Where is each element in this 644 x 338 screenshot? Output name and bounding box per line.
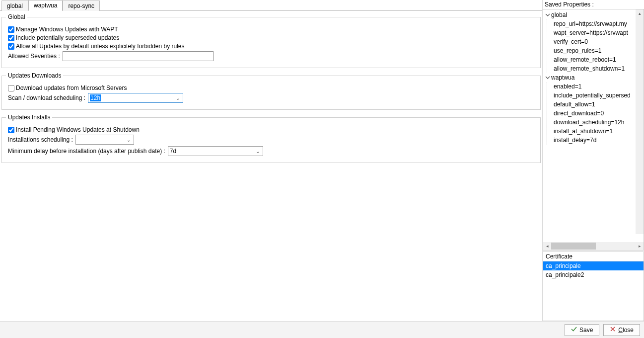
scroll-right-icon[interactable]: ▸ (636, 244, 644, 249)
scroll-up-icon[interactable]: ▴ (636, 9, 644, 17)
chevron-down-icon: ⌄ (125, 137, 133, 143)
allow-all-checkbox[interactable] (8, 43, 14, 50)
close-button[interactable]: Close (603, 324, 640, 336)
certificate-row[interactable]: ca_principale (543, 261, 644, 270)
saved-properties-tree[interactable]: global repo_url=https://srvwapt.my wapt_… (543, 9, 644, 242)
scroll-left-icon[interactable]: ◂ (543, 244, 551, 249)
download-ms-label: Download updates from Microsoft Servers (16, 84, 127, 91)
group-installs-legend: Updates Installs (6, 114, 52, 121)
tree-leaf[interactable]: use_repo_rules=1 (554, 46, 644, 55)
tree-leaf[interactable]: enabled=1 (554, 82, 644, 91)
manage-updates-label: Manage Windows Updates with WAPT (16, 26, 118, 33)
tab-bar: global waptwua repo-sync (0, 0, 542, 11)
min-delay-value: 7d (169, 148, 254, 155)
min-delay-combo[interactable]: 7d ⌄ (168, 146, 263, 156)
include-superseded-checkbox[interactable] (8, 35, 14, 41)
group-global-legend: Global (6, 13, 27, 20)
bottom-bar: Save Close (0, 321, 644, 338)
expand-icon[interactable] (544, 75, 551, 80)
check-icon (571, 326, 577, 334)
certificate-row[interactable]: ca_principale2 (543, 270, 644, 279)
manage-updates-checkbox[interactable] (8, 26, 14, 33)
tree-leaf[interactable]: install_delay=7d (554, 136, 644, 145)
tree-leaf[interactable]: direct_download=0 (554, 109, 644, 118)
certificate-list[interactable]: Certificate ca_principale ca_principale2 (543, 252, 644, 321)
allowed-severities-input[interactable] (63, 51, 214, 61)
tree-leaf[interactable]: allow_remote_shutdown=1 (554, 64, 644, 73)
group-global: Global Manage Windows Updates with WAPT … (1, 13, 541, 68)
group-downloads: Updates Downloads Download updates from … (1, 72, 541, 110)
chevron-down-icon: ⌄ (174, 95, 182, 101)
tab-reposync[interactable]: repo-sync (63, 0, 100, 11)
install-scheduling-combo[interactable]: ⌄ (75, 135, 134, 145)
tree-leaf[interactable]: repo_url=https://srvwapt.my (554, 19, 644, 28)
save-button[interactable]: Save (565, 324, 599, 336)
chevron-down-icon: ⌄ (254, 149, 262, 154)
scrollbar-thumb[interactable] (551, 243, 596, 250)
tab-global[interactable]: global (1, 0, 28, 11)
scan-scheduling-combo[interactable]: 12h ⌄ (88, 93, 183, 103)
tree-node-global[interactable]: global (551, 11, 567, 18)
group-downloads-legend: Updates Downloads (6, 72, 63, 79)
scan-scheduling-label: Scan / download scheduling : (8, 94, 85, 101)
tree-leaf[interactable]: install_at_shutdown=1 (554, 127, 644, 136)
install-scheduling-label: Installations scheduling : (8, 136, 73, 143)
saved-properties-title: Saved Properties : (543, 0, 644, 9)
save-button-label: Save (579, 327, 593, 334)
tree-leaf[interactable]: allow_remote_reboot=1 (554, 55, 644, 64)
horizontal-scrollbar[interactable]: ◂ ▸ (543, 242, 644, 250)
tree-leaf[interactable]: download_scheduling=12h (554, 118, 644, 127)
scan-scheduling-value: 12h (90, 94, 101, 101)
group-installs: Updates Installs Install Pending Windows… (1, 114, 541, 163)
min-delay-label: Minimum delay before installation (days … (8, 148, 165, 155)
install-shutdown-label: Install Pending Windows Updates at Shutd… (16, 126, 140, 133)
allowed-severities-label: Allowed Severities : (8, 53, 60, 60)
allow-all-label: Allow all Updates by default unless expl… (16, 43, 185, 50)
download-ms-checkbox[interactable] (8, 85, 14, 91)
tree-leaf[interactable]: wapt_server=https://srvwapt (554, 28, 644, 37)
tree-leaf[interactable]: default_allow=1 (554, 100, 644, 109)
vertical-scrollbar[interactable]: ▴ (636, 9, 644, 234)
install-shutdown-checkbox[interactable] (8, 127, 14, 133)
include-superseded-label: Include potentially superseded updates (16, 34, 119, 41)
close-button-label: Close (618, 327, 634, 334)
certificate-header: Certificate (543, 252, 644, 261)
tree-leaf[interactable]: verify_cert=0 (554, 37, 644, 46)
tree-leaf[interactable]: include_potentially_supersed (554, 91, 644, 100)
tab-waptwua[interactable]: waptwua (28, 0, 63, 11)
expand-icon[interactable] (544, 12, 551, 17)
close-icon (610, 326, 616, 334)
tree-node-waptwua[interactable]: waptwua (551, 74, 574, 81)
